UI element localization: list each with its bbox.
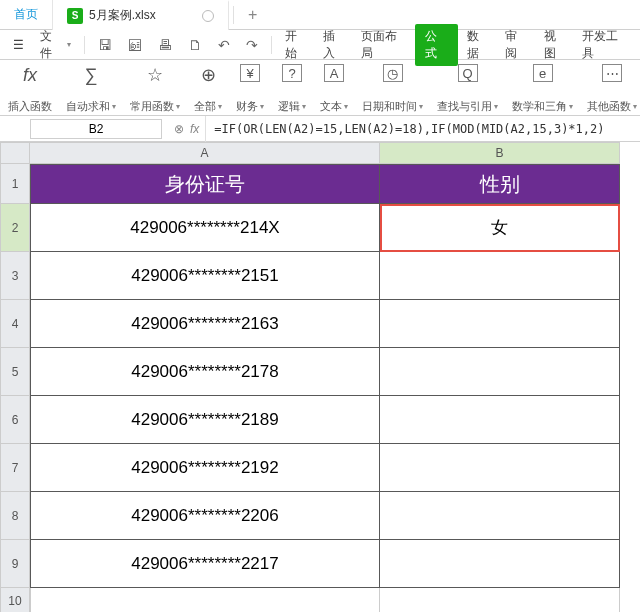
ribbon-group-5[interactable]: ?逻辑▾: [272, 64, 312, 114]
row-header-2[interactable]: 2: [0, 204, 30, 252]
ribbon-group-3[interactable]: ⊕全部▾: [188, 64, 228, 114]
menu-bar: ☰ 文件▾ 🖫 🗟 🖶 🗋 ↶ ↷ 开始插入页面布局公式数据审阅视图开发工具: [0, 30, 640, 60]
ribbon-tab-3[interactable]: 公式: [415, 24, 457, 66]
cell-B1[interactable]: 性别: [380, 164, 620, 204]
ribbon-icon: A: [324, 64, 344, 82]
ribbon-label: 财务▾: [236, 99, 264, 114]
cell-A4[interactable]: 429006********2163: [30, 300, 380, 348]
ribbon-group-9[interactable]: e数学和三角▾: [506, 64, 579, 114]
cell-B7[interactable]: [380, 444, 620, 492]
row-header-10[interactable]: 10: [0, 588, 30, 612]
col-header-B[interactable]: B: [380, 142, 620, 164]
ribbon-tabs: 开始插入页面布局公式数据审阅视图开发工具: [278, 24, 634, 66]
add-tab-button[interactable]: +: [238, 6, 268, 24]
ribbon-group-0[interactable]: fx插入函数: [2, 64, 58, 114]
cell-A1[interactable]: 身份证号: [30, 164, 380, 204]
row-header-7[interactable]: 7: [0, 444, 30, 492]
cell-A7[interactable]: 429006********2192: [30, 444, 380, 492]
ribbon-group-1[interactable]: ∑自动求和▾: [60, 64, 122, 114]
dirty-indicator-icon: [202, 10, 214, 22]
hamburger-icon[interactable]: ☰: [6, 34, 31, 56]
ribbon-label: 全部▾: [194, 99, 222, 114]
cell-A9[interactable]: 429006********2217: [30, 540, 380, 588]
spreadsheet-grid[interactable]: AB1身份证号性别2429006********214X女3429006****…: [0, 142, 640, 612]
cell-B4[interactable]: [380, 300, 620, 348]
save-as-icon[interactable]: 🗟: [121, 33, 149, 57]
row-header-6[interactable]: 6: [0, 396, 30, 444]
ribbon-group-10[interactable]: ⋯其他函数▾: [581, 64, 640, 114]
cell-A2[interactable]: 429006********214X: [30, 204, 380, 252]
ribbon-icon: ◷: [383, 64, 403, 82]
ribbon-group-2[interactable]: ☆常用函数▾: [124, 64, 186, 114]
ribbon-label: 其他函数▾: [587, 99, 637, 114]
ribbon-tab-2[interactable]: 页面布局: [354, 24, 413, 66]
ribbon-group-7[interactable]: ◷日期和时间▾: [356, 64, 429, 114]
cell-A8[interactable]: 429006********2206: [30, 492, 380, 540]
ribbon-group-6[interactable]: A文本▾: [314, 64, 354, 114]
cell-B6[interactable]: [380, 396, 620, 444]
redo-icon[interactable]: ↷: [239, 33, 265, 57]
cancel-icon[interactable]: ⊗: [174, 122, 184, 136]
ribbon-label: 逻辑▾: [278, 99, 306, 114]
cell-B8[interactable]: [380, 492, 620, 540]
print-icon[interactable]: 🖶: [151, 33, 179, 57]
ribbon-tab-1[interactable]: 插入: [316, 24, 352, 66]
row-header-1[interactable]: 1: [0, 164, 30, 204]
row-header-8[interactable]: 8: [0, 492, 30, 540]
cell-B3[interactable]: [380, 252, 620, 300]
ribbon-icon: fx: [23, 64, 37, 86]
undo-icon[interactable]: ↶: [211, 33, 237, 57]
ribbon-label: 文本▾: [320, 99, 348, 114]
select-all-corner[interactable]: [0, 142, 30, 164]
file-name-label: 5月案例.xlsx: [89, 7, 156, 24]
ribbon-icon: ∑: [85, 64, 98, 86]
ribbon-label: 日期和时间▾: [362, 99, 423, 114]
cell-B10[interactable]: [380, 588, 620, 612]
spreadsheet-icon: S: [67, 8, 83, 24]
ribbon-icon: ☆: [147, 64, 163, 86]
cell-B5[interactable]: [380, 348, 620, 396]
ribbon-tab-4[interactable]: 数据: [460, 24, 496, 66]
name-box[interactable]: [30, 119, 162, 139]
save-icon[interactable]: 🖫: [91, 33, 119, 57]
formula-input[interactable]: =IF(OR(LEN(A2)=15,LEN(A2)=18),IF(MOD(MID…: [205, 116, 640, 142]
ribbon-label: 自动求和▾: [66, 99, 116, 114]
fx-icon[interactable]: fx: [190, 122, 199, 136]
row-header-3[interactable]: 3: [0, 252, 30, 300]
row-header-4[interactable]: 4: [0, 300, 30, 348]
ribbon-tab-6[interactable]: 视图: [537, 24, 573, 66]
ribbon: fx插入函数∑自动求和▾☆常用函数▾⊕全部▾¥财务▾?逻辑▾A文本▾◷日期和时间…: [0, 60, 640, 116]
ribbon-tab-7[interactable]: 开发工具: [575, 24, 634, 66]
file-menu[interactable]: 文件▾: [33, 24, 78, 66]
row-header-9[interactable]: 9: [0, 540, 30, 588]
cell-A5[interactable]: 429006********2178: [30, 348, 380, 396]
cell-A10[interactable]: [30, 588, 380, 612]
ribbon-tab-5[interactable]: 审阅: [498, 24, 534, 66]
col-header-A[interactable]: A: [30, 142, 380, 164]
cell-A3[interactable]: 429006********2151: [30, 252, 380, 300]
print-preview-icon[interactable]: 🗋: [181, 33, 209, 57]
ribbon-icon: e: [533, 64, 553, 82]
ribbon-group-4[interactable]: ¥财务▾: [230, 64, 270, 114]
cell-A6[interactable]: 429006********2189: [30, 396, 380, 444]
ribbon-icon: ⋯: [602, 64, 622, 82]
ribbon-icon: Q: [458, 64, 478, 82]
tab-separator: [233, 6, 234, 24]
tab-file[interactable]: S 5月案例.xlsx: [53, 0, 229, 30]
ribbon-label: 常用函数▾: [130, 99, 180, 114]
formula-bar-row: ⊗ fx =IF(OR(LEN(A2)=15,LEN(A2)=18),IF(MO…: [0, 116, 640, 142]
ribbon-label: 查找与引用▾: [437, 99, 498, 114]
ribbon-icon: ?: [282, 64, 302, 82]
ribbon-label: 数学和三角▾: [512, 99, 573, 114]
cell-B9[interactable]: [380, 540, 620, 588]
ribbon-label: 插入函数: [8, 99, 52, 114]
ribbon-icon: ⊕: [201, 64, 216, 86]
row-header-5[interactable]: 5: [0, 348, 30, 396]
ribbon-icon: ¥: [240, 64, 260, 82]
ribbon-tab-0[interactable]: 开始: [278, 24, 314, 66]
cell-B2[interactable]: 女: [380, 204, 620, 252]
ribbon-group-8[interactable]: Q查找与引用▾: [431, 64, 504, 114]
